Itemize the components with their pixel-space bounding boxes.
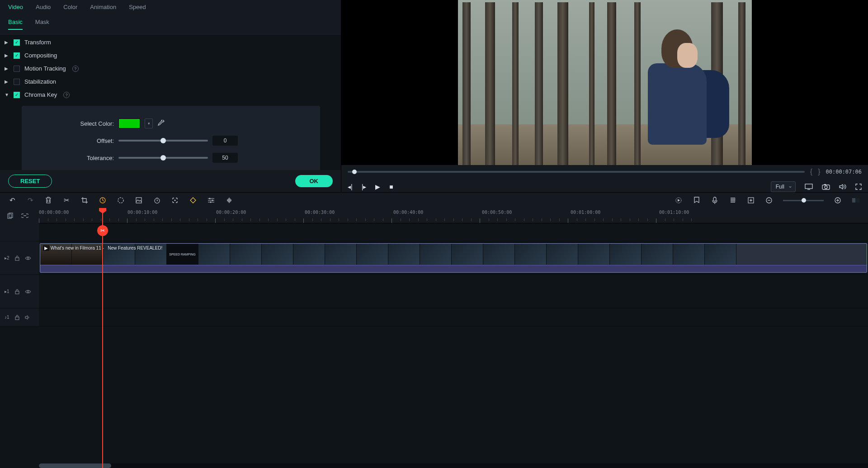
reset-button[interactable]: RESET <box>8 175 52 188</box>
render-icon[interactable] <box>675 196 683 204</box>
tolerance-slider[interactable] <box>118 157 208 159</box>
color-match-icon[interactable] <box>117 196 125 204</box>
audio-track-1[interactable]: ♪1 <box>0 308 868 326</box>
preview-quality-select[interactable]: Full <box>771 181 796 192</box>
visibility-icon[interactable] <box>25 289 31 294</box>
display-icon[interactable] <box>805 184 813 190</box>
audio-adjust-icon[interactable] <box>225 196 233 204</box>
zoom-out-icon[interactable] <box>765 196 773 204</box>
undo-icon[interactable]: ↶ <box>8 196 16 204</box>
tab-animation[interactable]: Animation <box>90 4 116 10</box>
time-ruler[interactable]: 00:00:00:0000:00:10:0000:00:20:0000:00:3… <box>39 208 868 223</box>
checkbox-compositing[interactable]: ✓ <box>14 52 20 59</box>
play-icon[interactable]: ▶ <box>375 183 380 190</box>
mixer-icon[interactable] <box>729 196 737 204</box>
step-forward-icon[interactable]: |▸ <box>362 183 367 190</box>
fullscreen-icon[interactable] <box>855 184 862 190</box>
video-clip[interactable]: ▶ What's new in Filmora 11 - New Feature… <box>40 243 867 273</box>
effect-label: Transform <box>24 39 51 46</box>
checkbox-transform[interactable]: ✓ <box>14 39 20 46</box>
expand-icon[interactable]: ▶ <box>5 40 9 45</box>
ok-button[interactable]: OK <box>295 175 333 187</box>
checkbox-stabilization[interactable] <box>14 79 20 85</box>
effect-label: Chroma Key <box>24 91 57 98</box>
expand-icon[interactable]: ▶ <box>5 79 9 84</box>
marker-icon[interactable] <box>693 196 701 204</box>
effect-label: Motion Tracking <box>24 65 66 72</box>
delete-icon[interactable] <box>44 196 52 204</box>
preview-frame <box>458 0 752 165</box>
effect-list: ▶ ✓ Transform ▶ ✓ Compositing ▶ Motion T… <box>0 36 341 170</box>
green-screen-icon[interactable] <box>135 196 143 204</box>
snapshot-icon[interactable] <box>822 184 830 190</box>
lock-icon[interactable] <box>15 289 19 294</box>
checkbox-chroma-key[interactable]: ✓ <box>14 92 20 98</box>
redo-icon[interactable]: ↷ <box>26 196 34 204</box>
offset-value[interactable] <box>212 136 238 146</box>
stop-icon[interactable]: ■ <box>389 183 393 190</box>
playhead[interactable]: ✂ <box>102 208 103 468</box>
expand-icon[interactable]: ▶ <box>5 53 9 58</box>
zoom-in-icon[interactable] <box>834 196 842 204</box>
lock-icon[interactable] <box>15 315 19 320</box>
preview-viewport[interactable] <box>341 0 868 165</box>
tolerance-value[interactable] <box>212 153 238 163</box>
ruler-controls <box>0 208 39 223</box>
color-dropdown[interactable]: ▾ <box>145 118 153 128</box>
svg-point-24 <box>27 291 29 293</box>
effect-label: Stabilization <box>24 78 56 85</box>
crop-icon[interactable] <box>80 196 89 204</box>
adjust-icon[interactable] <box>207 196 215 204</box>
offset-slider[interactable] <box>118 140 208 142</box>
tab-video[interactable]: Video <box>8 4 23 10</box>
effect-motion-tracking[interactable]: ▶ Motion Tracking ? <box>0 62 336 75</box>
mute-icon[interactable] <box>25 315 30 320</box>
speed-icon[interactable] <box>99 196 107 204</box>
video-track-1[interactable]: ▸1 <box>0 275 868 308</box>
svg-rect-0 <box>805 184 812 189</box>
color-swatch[interactable] <box>118 118 140 128</box>
zoom-fit-icon[interactable] <box>852 196 860 204</box>
keyframe-icon[interactable] <box>189 196 197 204</box>
subtab-basic[interactable]: Basic <box>8 19 23 30</box>
add-track-icon[interactable] <box>747 196 755 204</box>
link-icon[interactable] <box>21 212 29 220</box>
effect-transform[interactable]: ▶ ✓ Transform <box>0 36 336 49</box>
eyedropper-icon[interactable] <box>157 120 165 127</box>
svg-point-10 <box>212 200 213 201</box>
step-back-icon[interactable]: ◂| <box>348 183 353 190</box>
split-icon[interactable]: ✂ <box>62 196 71 204</box>
lock-icon[interactable] <box>15 255 19 261</box>
collapse-icon[interactable]: ▼ <box>5 92 9 97</box>
timeline-scrollbar[interactable] <box>39 463 868 468</box>
tab-color[interactable]: Color <box>63 4 77 10</box>
timeline: 00:00:00:0000:00:10:0000:00:20:0000:00:3… <box>0 208 868 468</box>
tab-audio[interactable]: Audio <box>36 4 51 10</box>
mark-out-icon[interactable]: } <box>818 168 820 176</box>
copy-icon[interactable] <box>6 212 14 220</box>
svg-point-5 <box>118 198 123 203</box>
volume-icon[interactable] <box>839 184 846 190</box>
checkbox-motion-tracking[interactable] <box>14 66 20 72</box>
expand-icon[interactable]: ▶ <box>5 66 9 71</box>
svg-rect-23 <box>15 291 19 294</box>
effect-compositing[interactable]: ▶ ✓ Compositing <box>0 49 336 62</box>
subtab-mask[interactable]: Mask <box>35 19 49 30</box>
video-track-2[interactable]: ▸2 ▶ What's new in Filmora 11 - New Feat… <box>0 241 868 275</box>
duration-icon[interactable] <box>153 196 161 204</box>
record-voice-icon[interactable] <box>711 196 719 204</box>
effect-chroma-key[interactable]: ▼ ✓ Chroma Key ? <box>0 88 336 101</box>
scrollbar-thumb[interactable] <box>39 463 111 468</box>
help-icon[interactable]: ? <box>63 92 70 98</box>
effect-stabilization[interactable]: ▶ Stabilization <box>0 75 336 88</box>
zoom-slider[interactable] <box>783 200 824 201</box>
visibility-icon[interactable] <box>25 256 31 260</box>
help-icon[interactable]: ? <box>72 66 79 72</box>
split-handle-icon[interactable]: ✂ <box>97 225 108 236</box>
preview-scrubber[interactable] <box>348 171 805 173</box>
video-track-icon: ▸1 <box>5 289 9 294</box>
mark-in-icon[interactable]: { <box>810 168 812 176</box>
track-header: ▸1 <box>0 275 39 308</box>
reframe-icon[interactable] <box>171 196 179 204</box>
tab-speed[interactable]: Speed <box>129 4 146 10</box>
